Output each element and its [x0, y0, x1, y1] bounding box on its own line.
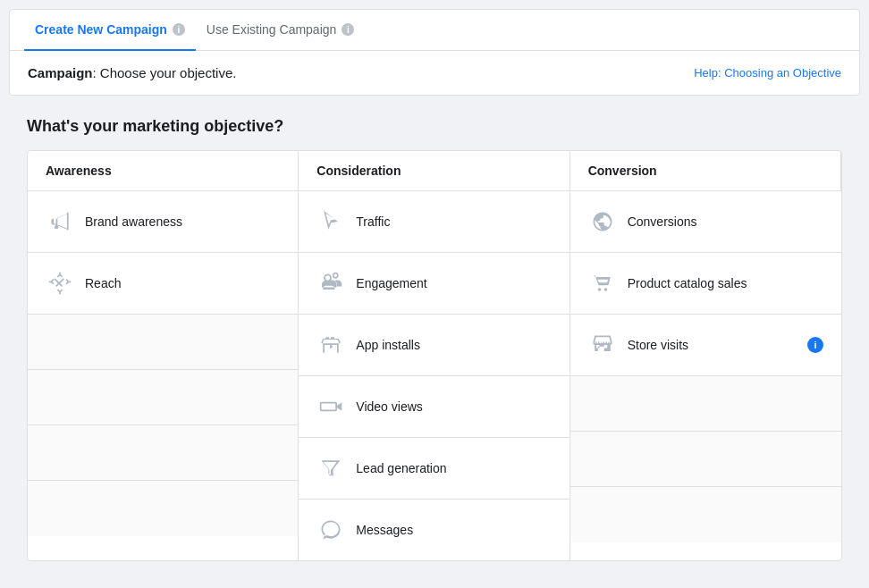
objective-store-visits[interactable]: Store visits i: [570, 315, 841, 376]
consideration-col: Traffic Engagement: [299, 191, 569, 560]
campaign-subtitle-text: : Choose your objective.: [93, 65, 237, 80]
store-icon: [588, 331, 617, 359]
objectives-grid: Awareness Consideration Conversion Bran: [27, 150, 842, 561]
objective-brand-awareness[interactable]: Brand awareness: [28, 191, 298, 253]
box-icon: [316, 331, 345, 359]
conversion-empty-2: [570, 432, 841, 487]
store-visits-info-badge[interactable]: i: [807, 337, 823, 353]
campaign-subtitle: Campaign: Choose your objective.: [28, 65, 236, 80]
awareness-empty-3: [28, 425, 298, 481]
video-views-label: Video views: [356, 399, 422, 414]
video-icon: [316, 392, 345, 421]
tab-create-label: Create New Campaign: [35, 22, 167, 37]
globe-icon: [588, 207, 617, 236]
campaign-prefix: Campaign: [28, 65, 93, 80]
objective-messages[interactable]: Messages: [299, 500, 569, 560]
tab-existing-info-icon: i: [342, 23, 354, 36]
help-link[interactable]: Help: Choosing an Objective: [694, 66, 841, 80]
traffic-label: Traffic: [356, 214, 390, 229]
conversion-col: Conversions Product catalog sales: [570, 191, 841, 560]
objective-engagement[interactable]: Engagement: [299, 253, 569, 315]
engagement-label: Engagement: [356, 276, 426, 290]
product-catalog-label: Product catalog sales: [628, 276, 747, 290]
col-header-awareness: Awareness: [28, 151, 299, 191]
objective-lead-generation[interactable]: Lead generation: [299, 438, 569, 500]
conversion-empty-3: [570, 487, 841, 542]
reach-icon: [46, 269, 74, 298]
tab-create-info-icon: i: [173, 23, 185, 36]
app-installs-label: App installs: [356, 338, 420, 352]
awareness-empty-4: [28, 481, 298, 536]
conversions-label: Conversions: [628, 214, 697, 229]
store-visits-label: Store visits: [628, 338, 688, 352]
reach-label: Reach: [85, 276, 121, 290]
conversion-empty-1: [570, 376, 841, 432]
section-title: What's your marketing objective?: [27, 117, 842, 136]
chat-icon: [316, 516, 345, 544]
cart-icon: [588, 269, 617, 298]
people-icon: [316, 269, 345, 298]
objective-traffic[interactable]: Traffic: [299, 191, 569, 253]
awareness-col: Brand awareness Reach: [28, 191, 299, 560]
objective-product-catalog[interactable]: Product catalog sales: [570, 253, 841, 315]
tab-existing-campaign[interactable]: Use Existing Campaign i: [196, 10, 366, 51]
objective-reach[interactable]: Reach: [28, 253, 298, 315]
objective-video-views[interactable]: Video views: [299, 376, 569, 438]
objective-app-installs[interactable]: App installs: [299, 315, 569, 376]
col-header-conversion: Conversion: [570, 151, 841, 191]
awareness-empty-1: [28, 315, 298, 370]
cursor-icon: [316, 207, 345, 236]
brand-awareness-label: Brand awareness: [85, 214, 182, 229]
awareness-empty-2: [28, 370, 298, 425]
objectives-section: What's your marketing objective? Awarene…: [9, 96, 860, 583]
messages-label: Messages: [356, 523, 413, 537]
campaign-header: Campaign: Choose your objective. Help: C…: [10, 51, 859, 95]
tab-create-campaign[interactable]: Create New Campaign i: [24, 10, 196, 51]
filter-icon: [316, 454, 345, 483]
megaphone-icon: [46, 207, 74, 236]
objective-conversions[interactable]: Conversions: [570, 191, 841, 253]
tabs-bar: Create New Campaign i Use Existing Campa…: [10, 10, 859, 51]
col-header-consideration: Consideration: [299, 151, 569, 191]
tab-existing-label: Use Existing Campaign: [207, 22, 337, 37]
lead-generation-label: Lead generation: [356, 461, 446, 475]
